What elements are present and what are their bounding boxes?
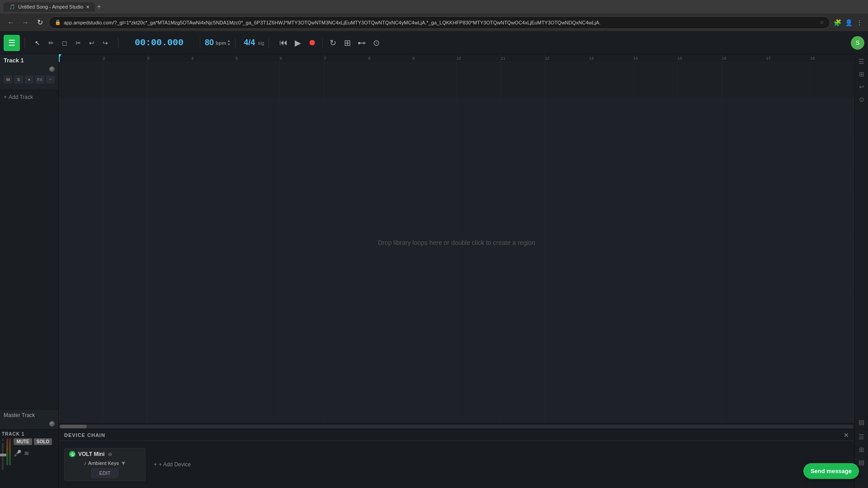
vu-meters xyxy=(6,438,11,465)
pencil-tool-button[interactable]: ✏ xyxy=(45,37,57,49)
tab-title: Untitled Song - Amped Studio xyxy=(18,4,83,9)
redo-button[interactable]: ↪ xyxy=(99,37,112,49)
forward-button[interactable]: → xyxy=(20,19,31,27)
timeline-scrollbar[interactable] xyxy=(59,423,854,429)
cut-tool-button[interactable]: ✂ xyxy=(72,37,85,49)
track-1-fx-button[interactable]: FX xyxy=(35,75,44,84)
fader-knob[interactable] xyxy=(0,454,6,456)
track-1-solo-button[interactable]: S xyxy=(14,75,23,84)
master-track-header: Master Track xyxy=(0,409,58,429)
eraser-tool-button[interactable]: ◻ xyxy=(58,37,71,49)
right-sidebar-icon-3[interactable]: ↩ xyxy=(859,83,864,90)
device-chain-content: ⏻ VOLT Mini ⚙ ♪ Ambient Keys ▼ EDIT + + … xyxy=(59,441,854,488)
right-sidebar-icon-2[interactable]: ⊞ xyxy=(859,70,864,78)
right-bottom-icon-3[interactable]: ▤ xyxy=(859,459,864,466)
split-button[interactable]: ⊙ xyxy=(370,37,382,49)
mute-button[interactable]: MUTE xyxy=(14,438,32,445)
record-button[interactable]: ⏺ xyxy=(306,37,319,49)
select-tool-button[interactable]: ↖ xyxy=(31,37,44,49)
tab-close-button[interactable]: ✕ xyxy=(86,5,90,9)
scrollbar-track xyxy=(60,425,854,428)
browser-tab-active[interactable]: 🎵 Untitled Song - Amped Studio ✕ xyxy=(4,2,95,12)
right-sidebar-icon-4[interactable]: ⊙ xyxy=(859,96,864,103)
plugin-settings-icon[interactable]: ⚙ xyxy=(108,452,112,457)
drop-hint-text: Drop library loops here or double click … xyxy=(378,239,535,246)
add-device-button[interactable]: + + Add Device xyxy=(151,459,193,470)
play-button[interactable]: ▶ xyxy=(292,37,304,49)
bpm-label: bpm xyxy=(216,40,226,46)
scrollbar-thumb[interactable] xyxy=(60,425,87,428)
add-track-label: Add Track xyxy=(9,94,33,100)
profile-icon[interactable]: 👤 xyxy=(845,19,853,26)
master-volume-knob[interactable] xyxy=(49,421,55,427)
instrument-name: Ambient Keys xyxy=(88,460,119,466)
right-bottom-icon-2[interactable]: ⊞ xyxy=(859,446,864,453)
device-chain-close-button[interactable]: ✕ xyxy=(844,432,849,439)
bpm-down-arrow[interactable]: ▼ xyxy=(227,43,231,47)
divider-3 xyxy=(200,38,200,48)
track-lanes[interactable]: Drop library loops here or double click … xyxy=(59,62,854,423)
timeline-area: 2 3 4 5 6 7 8 9 10 11 12 13 14 15 16 17 xyxy=(59,54,854,429)
playhead-triangle xyxy=(59,54,61,58)
toolbar-separator-line xyxy=(322,38,323,47)
master-track-name: Master Track xyxy=(4,412,55,418)
track-1-mute-button[interactable]: M xyxy=(4,75,12,84)
extensions-icon[interactable]: 🧩 xyxy=(834,19,841,26)
solo-button[interactable]: SOLO xyxy=(34,438,52,445)
bookmark-icon: ☆ xyxy=(820,19,824,25)
back-button[interactable]: ← xyxy=(5,19,16,27)
divider-1 xyxy=(24,38,25,48)
instrument-icon: ♪ xyxy=(84,460,86,466)
settings-icon[interactable]: ⋮ xyxy=(856,19,863,26)
channel-fader[interactable] xyxy=(2,443,4,470)
menu-button[interactable]: ☰ xyxy=(4,35,20,51)
empty-lane-space[interactable]: Drop library loops here or double click … xyxy=(59,99,854,423)
playhead[interactable] xyxy=(59,54,60,62)
undo-button[interactable]: ↩ xyxy=(85,37,98,49)
new-tab-button[interactable]: + xyxy=(97,3,101,11)
track-buttons: MUTE SOLO 🎤 ≋ xyxy=(14,438,52,457)
right-sidebar-icon-1[interactable]: ☰ xyxy=(859,58,864,65)
plugin-name: VOLT Mini xyxy=(78,451,104,457)
browser-right-controls: 🧩 👤 ⋮ xyxy=(834,19,863,26)
bpm-control[interactable]: 80 bpm ▲ ▼ xyxy=(205,38,231,47)
volt-mini-plugin: ⏻ VOLT Mini ⚙ ♪ Ambient Keys ▼ EDIT xyxy=(64,448,146,481)
ruler-grid xyxy=(59,54,854,62)
timeline-ruler[interactable]: 2 3 4 5 6 7 8 9 10 11 12 13 14 15 16 17 xyxy=(59,54,854,62)
channel-strip: 0 xyxy=(2,438,4,470)
waveform-icon[interactable]: ≋ xyxy=(24,450,29,457)
add-device-label: + Add Device xyxy=(159,461,191,468)
bottom-track-label: TRACK 1 xyxy=(2,432,57,436)
vu-meter-left xyxy=(6,438,8,465)
add-device-icon: + xyxy=(154,461,157,468)
main-toolbar: ☰ ↖ ✏ ◻ ✂ ↩ ↪ 00:00.000 80 bpm ▲ ▼ 4/4 xyxy=(0,32,868,54)
track-1-arm-button[interactable]: ● xyxy=(25,75,33,84)
right-sidebar-icon-5[interactable]: ▤ xyxy=(859,418,864,426)
right-bottom-icon-1[interactable]: ☰ xyxy=(859,433,864,441)
track-1-name: Track 1 xyxy=(4,57,55,64)
track-1-volume-knob[interactable] xyxy=(49,66,55,72)
track-1-lane[interactable] xyxy=(59,62,854,99)
plugin-power-button[interactable]: ⏻ xyxy=(69,451,75,457)
add-track-button[interactable]: + Add Track xyxy=(0,90,58,104)
reload-button[interactable]: ↻ xyxy=(34,18,45,27)
transport-controls: ⏮ ▶ ⏺ ↻ ⊞ ⊷ ⊙ xyxy=(277,37,382,49)
tool-group: ↖ ✏ ◻ ✂ ↩ ↪ xyxy=(31,37,112,49)
master-volume xyxy=(4,421,55,427)
instrument-dropdown-arrow[interactable]: ▼ xyxy=(121,460,126,466)
bpm-arrows[interactable]: ▲ ▼ xyxy=(227,39,231,47)
send-message-button[interactable]: Send message xyxy=(803,463,859,479)
url-input[interactable] xyxy=(64,20,817,25)
track-headers-panel: Track 1 M S ● FX ~ + Add Track Mast xyxy=(0,54,59,429)
track-1-automation-button[interactable]: ~ xyxy=(46,75,55,84)
loop-button[interactable]: ↻ xyxy=(326,37,339,49)
mic-icon[interactable]: 🎤 xyxy=(14,450,21,457)
quantize-button[interactable]: ⊷ xyxy=(355,37,368,49)
rewind-button[interactable]: ⏮ xyxy=(277,37,290,49)
user-profile-button[interactable]: S xyxy=(851,36,864,50)
bottom-track-controls: TRACK 1 0 MUTE SOLO xyxy=(0,430,59,488)
merge-button[interactable]: ⊞ xyxy=(341,37,354,49)
time-sig-label: sig xyxy=(258,40,264,46)
address-bar[interactable]: 🔒 ☆ xyxy=(49,16,830,29)
plugin-edit-button[interactable]: EDIT xyxy=(91,468,118,478)
